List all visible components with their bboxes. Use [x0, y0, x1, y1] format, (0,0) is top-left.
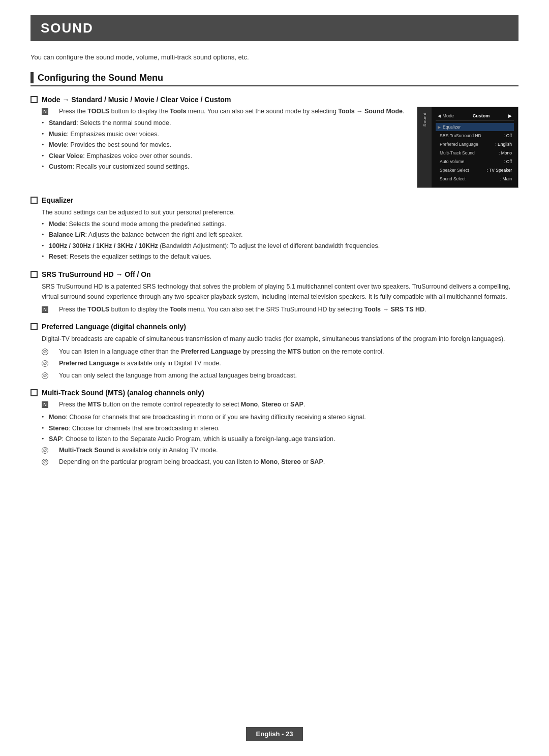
subsection-srs-title-row: SRS TruSurround HD → Off / On [30, 270, 518, 278]
subsection-srs: SRS TruSurround HD → Off / On SRS TruSur… [30, 270, 518, 314]
eq-bullet-reset: Reset: Resets the equalizer settings to … [42, 252, 518, 262]
eq-bullet-balance: Balance L/R: Adjusts the balance between… [42, 230, 518, 240]
footer-badge: English - 23 [246, 727, 303, 741]
tv-row-equalizer: ▶ Equalizer [436, 123, 514, 131]
subsection-multi-track: Multi-Track Sound (MTS) (analog channels… [30, 389, 518, 467]
srs-note-icon: N [42, 305, 48, 313]
multi-bullet-list: Mono: Choose for channels that are broad… [42, 413, 518, 444]
lang-note-1-icon: Ø [42, 347, 48, 356]
multi-circle-note-2-icon: Ø [42, 457, 48, 466]
subsection-equalizer-heading: Equalizer [42, 196, 73, 204]
multi-circle-note-1-icon: Ø [42, 446, 48, 454]
checkbox-icon-equalizer [30, 197, 38, 204]
tv-menu-main: ◀ Mode Custom ▶ ▶ Equalizer SRS TruSurro… [432, 107, 518, 187]
lang-note-2-text: Preferred Language is available only in … [51, 359, 221, 368]
tv-row-speaker-label: Speaker Select [440, 168, 487, 173]
tv-sidebar-label: Sound [422, 112, 427, 127]
tv-row-speaker-select: Speaker Select : TV Speaker [436, 166, 514, 174]
srs-note-text: Press the TOOLS button to display the To… [51, 305, 426, 314]
srs-intro-text: SRS TruSurround HD is a patented SRS tec… [42, 281, 518, 302]
eq-bullet-mode: Mode: Selects the sound mode among the p… [42, 219, 518, 229]
tv-row-equalizer-icon: ▶ [438, 125, 441, 130]
srs-subsection-content: SRS TruSurround HD is a patented SRS tec… [42, 281, 518, 314]
tv-row-speaker-value: : TV Speaker [487, 168, 512, 173]
lang-note-3-icon: Ø [42, 371, 48, 380]
multi-note-icon: N [42, 400, 48, 408]
checkbox-icon-mode [30, 96, 38, 103]
tv-row-lang-value: : English [495, 142, 512, 147]
tv-row-multi-label: Multi-Track Sound [440, 150, 499, 155]
section-heading-bar [30, 72, 34, 83]
mode-text-content: N Press the TOOLS button to display the … [30, 107, 407, 173]
tv-row-sound-select-value: : Main [500, 176, 512, 181]
tv-row-auto-label: Auto Volume [440, 159, 504, 164]
subsection-preferred-language: Preferred Language (digital channels onl… [30, 323, 518, 381]
tv-mode-arrow: ▶ [508, 113, 512, 118]
tv-row-lang-label: Preferred Language [440, 142, 495, 147]
equalizer-subsection-content: The sound settings can be adjusted to su… [42, 207, 518, 262]
eq-bullet-bandwidth: 100Hz / 300Hz / 1KHz / 3KHz / 10KHz (Ban… [42, 241, 518, 251]
tv-row-equalizer-label: Equalizer [443, 124, 512, 130]
tv-row-srs: SRS TruSurround HD : Off [436, 132, 514, 140]
srs-note-1: N Press the TOOLS button to display the … [42, 305, 518, 314]
lang-note-2: Ø Preferred Language is available only i… [42, 359, 518, 368]
lang-intro-text: Digital-TV broadcasts are capable of sim… [42, 334, 518, 344]
subsection-mode-heading: Mode → Standard / Music / Movie / Clear … [42, 96, 231, 104]
mode-content-with-image: N Press the TOOLS button to display the … [30, 107, 518, 188]
subsection-equalizer: Equalizer The sound settings can be adju… [30, 196, 518, 262]
multi-subsection-content: N Press the MTS button on the remote con… [42, 400, 518, 467]
equalizer-bullet-list: Mode: Selects the sound mode among the p… [42, 219, 518, 262]
mode-bullet-custom: Custom: Recalls your customized sound se… [42, 162, 407, 172]
multi-note-text: Press the MTS button on the remote contr… [51, 400, 305, 410]
multi-bullet-mono: Mono: Choose for channels that are broad… [42, 413, 518, 422]
mode-bullet-list: Standard: Selects the normal sound mode.… [42, 118, 407, 172]
multi-circle-note-1-text: Multi-Track Sound is available only in A… [51, 446, 218, 455]
tv-menu-sidebar: Sound [417, 107, 432, 187]
lang-note-3-text: You can only select the language from am… [51, 371, 297, 381]
multi-circle-note-1: Ø Multi-Track Sound is available only in… [42, 446, 518, 455]
subsection-lang-title-row: Preferred Language (digital channels onl… [30, 323, 518, 331]
equalizer-intro-text: The sound settings can be adjusted to su… [42, 207, 518, 217]
tv-row-srs-value: : Off [504, 133, 512, 138]
subsection-mode: Mode → Standard / Music / Movie / Clear … [30, 96, 518, 188]
tv-row-preferred-lang: Preferred Language : English [436, 140, 514, 148]
subsection-srs-heading: SRS TruSurround HD → Off / On [42, 270, 151, 278]
checkbox-icon-srs [30, 271, 38, 278]
tv-row-multi-track: Multi-Track Sound : Mono [436, 149, 514, 157]
mode-bullet-movie: Movie: Provides the best sound for movie… [42, 140, 407, 150]
multi-circle-note-2: Ø Depending on the particular program be… [42, 457, 518, 467]
multi-bullet-sap: SAP: Choose to listen to the Separate Au… [42, 434, 518, 444]
page-title-bar: SOUND [30, 15, 518, 41]
checkbox-icon-multi [30, 389, 38, 396]
subsection-lang-heading: Preferred Language (digital channels onl… [42, 323, 186, 331]
mode-note-1-text: Press the TOOLS button to display the To… [51, 107, 405, 116]
tv-row-srs-label: SRS TruSurround HD [440, 133, 504, 138]
mode-bullet-music: Music: Emphasizes music over voices. [42, 130, 407, 139]
subsection-equalizer-title-row: Equalizer [30, 196, 518, 204]
multi-bullet-stereo: Stereo: Choose for channels that are bro… [42, 424, 518, 433]
lang-note-3: Ø You can only select the language from … [42, 371, 518, 381]
section-title: Configuring the Sound Menu [38, 73, 163, 83]
lang-note-1: Ø You can listen in a language other tha… [42, 347, 518, 357]
mode-note-1: N Press the TOOLS button to display the … [42, 107, 407, 116]
lang-note-2-icon: Ø [42, 359, 48, 367]
lang-subsection-content: Digital-TV broadcasts are capable of sim… [42, 334, 518, 381]
lang-note-1-text: You can listen in a language other than … [51, 347, 384, 357]
page-title: SOUND [41, 20, 508, 36]
page-footer: English - 23 [0, 727, 549, 741]
note-icon-square-1: N [42, 107, 48, 115]
subsection-mode-title-row: Mode → Standard / Music / Movie / Clear … [30, 96, 518, 104]
tv-row-auto-value: : Off [504, 159, 512, 164]
mode-bullet-clear-voice: Clear Voice: Emphasizes voice over other… [42, 151, 407, 161]
tv-mode-header: ◀ Mode Custom ▶ [436, 111, 514, 121]
subsection-multi-title-row: Multi-Track Sound (MTS) (analog channels… [30, 389, 518, 397]
tv-mode-label: ◀ Mode [438, 113, 454, 118]
tv-row-auto-volume: Auto Volume : Off [436, 158, 514, 166]
tv-menu-screenshot: Sound ◀ Mode Custom ▶ ▶ Equalizer SRS Tr… [417, 107, 518, 188]
section-heading: Configuring the Sound Menu [30, 72, 518, 86]
tv-mode-value: Custom [473, 113, 490, 118]
mode-subsection-content: N Press the TOOLS button to display the … [42, 107, 407, 172]
tv-row-sound-select-label: Sound Select [440, 176, 500, 181]
checkbox-icon-lang [30, 323, 38, 330]
intro-text: You can configure the sound mode, volume… [30, 53, 518, 61]
